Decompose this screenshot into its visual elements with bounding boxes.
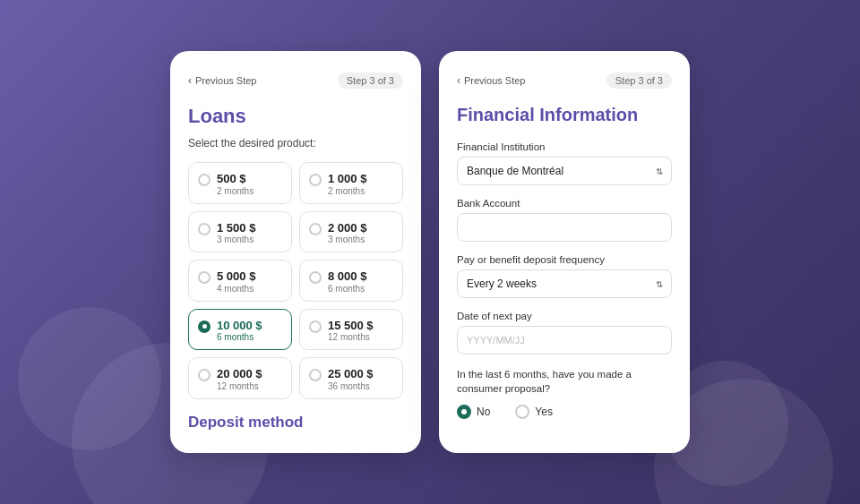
loan-option-20000[interactable]: 20 000 $ 12 months (188, 357, 292, 399)
loan-option-2000[interactable]: 2 000 $ 3 months (299, 211, 403, 253)
loan-amount-500: 500 $ (217, 172, 254, 186)
loan-duration-1500: 3 months (217, 235, 255, 244)
loan-radio-5000 (198, 271, 211, 284)
proposal-field-group: In the last 6 months, have you made a co… (457, 367, 672, 419)
cards-container: ‹ Previous Step Step 3 of 3 Loans Select… (170, 51, 690, 453)
loan-radio-10000 (198, 320, 211, 333)
bank-account-input[interactable] (457, 213, 672, 242)
decorative-blob-2 (18, 307, 161, 450)
loan-amount-25000: 25 000 $ (328, 367, 374, 381)
proposal-no-option[interactable]: No (457, 405, 490, 419)
loan-duration-20000: 12 months (217, 381, 262, 391)
financial-title: Financial Information (457, 105, 672, 125)
institution-field-group: Financial Institution Banque de Montréal… (457, 141, 672, 185)
next-pay-input[interactable] (457, 326, 672, 355)
loan-duration-5000: 4 months (217, 284, 255, 294)
proposal-radio-row: No Yes (457, 405, 672, 419)
loan-radio-1500 (198, 223, 211, 235)
loan-option-8000[interactable]: 8 000 $ 6 months (299, 260, 403, 302)
loan-radio-1000 (309, 174, 322, 186)
loan-info-20000: 20 000 $ 12 months (217, 367, 262, 391)
deposit-method-title: Deposit method (188, 414, 403, 431)
bank-account-field-group: Bank Account (457, 198, 672, 242)
financial-step-badge: Step 3 of 3 (606, 73, 672, 89)
loan-option-1000[interactable]: 1 000 $ 2 months (299, 162, 403, 204)
loan-duration-2000: 3 months (328, 235, 366, 244)
loan-duration-25000: 36 months (328, 381, 374, 391)
loans-card: ‹ Previous Step Step 3 of 3 Loans Select… (170, 51, 421, 453)
deposit-freq-select[interactable]: Every week Every 2 weeks Twice a month M… (457, 269, 672, 298)
financial-card-header: ‹ Previous Step Step 3 of 3 (457, 73, 672, 89)
financial-back-label: Previous Step (464, 75, 525, 86)
financial-card: ‹ Previous Step Step 3 of 3 Financial In… (439, 51, 690, 453)
loan-duration-500: 2 months (217, 186, 254, 196)
loan-radio-8000 (309, 271, 322, 284)
loan-amount-15500: 15 500 $ (328, 319, 374, 333)
loan-amount-10000: 10 000 $ (217, 319, 262, 333)
loan-info-15500: 15 500 $ 12 months (328, 319, 374, 343)
loans-back-button[interactable]: ‹ Previous Step (188, 74, 256, 87)
loan-option-5000[interactable]: 5 000 $ 4 months (188, 260, 292, 302)
loan-info-10000: 10 000 $ 6 months (217, 319, 262, 343)
loans-step-badge: Step 3 of 3 (338, 73, 403, 89)
proposal-yes-radio-icon (515, 405, 529, 419)
loan-info-2000: 2 000 $ 3 months (328, 221, 366, 245)
loans-subtitle: Select the desired product: (188, 137, 403, 149)
loans-back-arrow-icon: ‹ (188, 74, 192, 87)
loan-amount-2000: 2 000 $ (328, 221, 366, 235)
loan-duration-8000: 6 months (328, 284, 366, 294)
proposal-yes-label: Yes (535, 406, 553, 418)
deposit-freq-field-group: Pay or benefit deposit frequency Every w… (457, 254, 672, 298)
loan-info-1000: 1 000 $ 2 months (328, 172, 366, 196)
loan-option-10000[interactable]: 10 000 $ 6 months (188, 309, 292, 351)
loan-info-5000: 5 000 $ 4 months (217, 269, 255, 294)
loans-back-label: Previous Step (195, 75, 256, 86)
loan-info-500: 500 $ 2 months (217, 172, 254, 196)
loan-amount-1000: 1 000 $ (328, 172, 366, 186)
bank-account-label: Bank Account (457, 198, 672, 209)
loan-option-1500[interactable]: 1 500 $ 3 months (188, 211, 292, 253)
loan-radio-25000 (309, 369, 322, 381)
proposal-question: In the last 6 months, have you made a co… (457, 367, 672, 396)
institution-select-wrapper: Banque de Montréal RBC TD Bank BMO Scoti… (457, 157, 672, 185)
loans-title: Loans (188, 105, 403, 128)
financial-back-arrow-icon: ‹ (457, 74, 460, 87)
next-pay-label: Date of next pay (457, 311, 672, 321)
loans-card-header: ‹ Previous Step Step 3 of 3 (188, 73, 403, 89)
next-pay-field-group: Date of next pay (457, 311, 672, 355)
loan-info-1500: 1 500 $ 3 months (217, 221, 255, 245)
loan-amount-1500: 1 500 $ (217, 221, 255, 235)
loan-radio-15500 (309, 320, 322, 333)
loan-amount-5000: 5 000 $ (217, 269, 255, 284)
loan-duration-15500: 12 months (328, 332, 374, 342)
proposal-no-radio-icon (457, 405, 471, 419)
loan-info-25000: 25 000 $ 36 months (328, 367, 374, 391)
loan-duration-10000: 6 months (217, 332, 262, 342)
loan-radio-500 (198, 174, 211, 186)
loan-radio-2000 (309, 223, 322, 235)
institution-label: Financial Institution (457, 141, 672, 152)
proposal-yes-option[interactable]: Yes (515, 405, 553, 419)
loan-duration-1000: 2 months (328, 186, 366, 196)
loan-amount-20000: 20 000 $ (217, 367, 262, 381)
loan-info-8000: 8 000 $ 6 months (328, 269, 366, 294)
loan-amount-8000: 8 000 $ (328, 269, 366, 284)
loan-radio-20000 (198, 369, 211, 381)
deposit-freq-select-wrapper: Every week Every 2 weeks Twice a month M… (457, 269, 672, 298)
loan-option-15500[interactable]: 15 500 $ 12 months (299, 309, 403, 351)
loan-option-500[interactable]: 500 $ 2 months (188, 162, 292, 204)
proposal-no-label: No (477, 406, 490, 418)
financial-back-button[interactable]: ‹ Previous Step (457, 74, 525, 87)
loan-options-grid: 500 $ 2 months 1 000 $ 2 months 1 500 $ … (188, 162, 403, 399)
institution-select[interactable]: Banque de Montréal RBC TD Bank BMO Scoti… (457, 157, 672, 185)
deposit-freq-label: Pay or benefit deposit frequency (457, 254, 672, 265)
loan-option-25000[interactable]: 25 000 $ 36 months (299, 357, 403, 399)
